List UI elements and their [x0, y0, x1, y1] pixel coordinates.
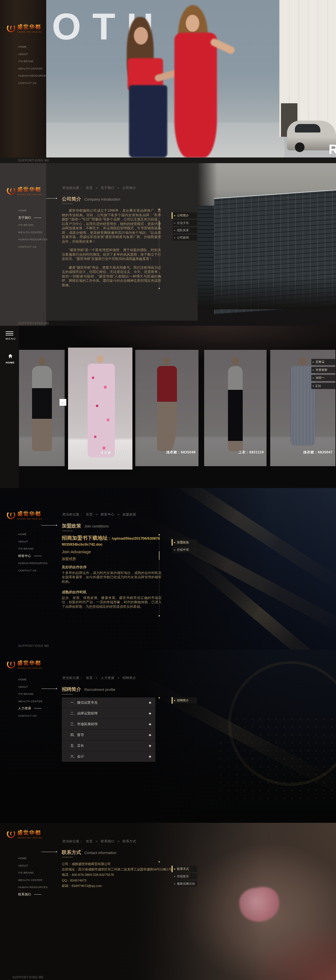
- sidebar-item-its-brand[interactable]: ITS BRAND: [18, 869, 48, 877]
- support-text: SUPPORT:KING ME: [18, 322, 49, 325]
- carousel-prev-button[interactable]: ←: [60, 399, 67, 406]
- breadcrumb-section[interactable]: 关于我们: [101, 186, 114, 189]
- sidebar-item-about[interactable]: ABOUT: [18, 683, 43, 690]
- breadcrumb-current[interactable]: 公司简介: [122, 186, 136, 189]
- sidebar-item-human-resources[interactable]: HUMAN RESOURCES: [18, 560, 48, 567]
- side-menu-label: 招聘简介: [177, 698, 189, 703]
- brand-menu-item-luobeiyi[interactable]: ▶ 洛呗一: [311, 375, 336, 381]
- sidebar-item-about[interactable]: ABOUT: [18, 51, 48, 58]
- accordion-label: 五、店长: [70, 743, 84, 748]
- product-card[interactable]: 连衣裙：6835046: [135, 350, 198, 466]
- side-menu-item-promotions[interactable]: ▶ 最新优惠活动: [173, 881, 197, 887]
- site-logo[interactable]: 盛世华都 SHENG SHI HUA DU: [6, 186, 42, 196]
- menu-button[interactable]: MENU: [6, 331, 16, 340]
- sidebar-item-its-brand[interactable]: ITS BRAND: [18, 690, 43, 698]
- sidebar-item-human-resources[interactable]: HUMAN RESOURCES: [18, 883, 48, 891]
- arrow-right-icon: ▶: [174, 229, 176, 232]
- breadcrumb-separator: >: [117, 186, 119, 189]
- sidebar-item-wealth-center[interactable]: WEALTH CENTER: [18, 698, 43, 705]
- sidebar-item-contact-us[interactable]: CONTACT US: [18, 80, 48, 87]
- sidebar-item-its-brand[interactable]: ITS BRAND: [18, 545, 48, 552]
- flame-logo-icon: [6, 23, 16, 33]
- site-logo[interactable]: 盛世华都 SHENG SHI HUA DU: [6, 510, 42, 520]
- accordion-item-supervisor[interactable]: 四、督导 +: [62, 730, 155, 741]
- breadcrumb-current[interactable]: 招聘简介: [122, 676, 136, 679]
- sidebar-item-home[interactable]: HOME: [18, 207, 48, 214]
- brand-menu-item-balido[interactable]: ▶ 芭黎朵: [311, 359, 336, 365]
- side-menu-item-recruitment[interactable]: ▶ 招聘简介: [173, 697, 197, 703]
- sidebar-nav: HOME ABOUT ITS BRAND WEALTH CENTER 人力资源 …: [18, 676, 43, 719]
- contact-qq: QQ：834974673: [62, 878, 172, 883]
- join-advantage: Join Advantage 加盟优势: [62, 549, 91, 562]
- sidebar-item-its-brand[interactable]: ITS BRAND: [18, 57, 48, 65]
- arrow-right-icon: ▶: [174, 237, 176, 239]
- sidebar-item-human-resources[interactable]: HUMAN RESOURCES: [18, 236, 48, 243]
- sidebar-item-its-brand[interactable]: ITS BRAND: [18, 221, 48, 229]
- site-logo[interactable]: 盛世华都 SHENG SHI HUA DU: [6, 23, 42, 33]
- left-strip: [0, 326, 19, 488]
- building-photo: [198, 163, 336, 309]
- breadcrumb-section[interactable]: 人力资源: [101, 676, 114, 679]
- accordion-item-store-manager[interactable]: 五、店长 +: [62, 741, 155, 751]
- sidebar-item-home[interactable]: HOME: [18, 854, 48, 862]
- breadcrumb-home[interactable]: 首页: [86, 186, 93, 189]
- sidebar-item-contact-us[interactable]: CONTACT US: [18, 712, 43, 719]
- sidebar-item-home[interactable]: HOME: [18, 531, 48, 538]
- sidebar-item-human-resources-active[interactable]: 人力资源: [18, 705, 43, 712]
- accordion-item-brand-manager[interactable]: 二、品牌运营经理 +: [62, 708, 155, 719]
- sidebar-item-home[interactable]: HOME: [18, 676, 43, 683]
- side-menu-item-online-apply[interactable]: ▶ 在线申请: [173, 547, 197, 553]
- sidebar-item-about-active[interactable]: 关于我们: [18, 214, 48, 221]
- side-menu-item-message[interactable]: ▶ 在线留言: [173, 873, 197, 879]
- sidebar-item-about[interactable]: ABOUT: [18, 862, 48, 869]
- site-logo[interactable]: 盛世华都 SHENG SHI HUA DU: [6, 659, 42, 669]
- sidebar-item-home[interactable]: HOME: [18, 43, 48, 51]
- side-menu-item-company-intro[interactable]: ▶ 公司简介: [173, 213, 197, 218]
- sidebar-item-contact-us-active[interactable]: 联系我们: [18, 891, 48, 898]
- arrow-right-icon: ▶: [174, 699, 176, 702]
- breadcrumb-separator: >: [95, 513, 98, 516]
- breadcrumb-home[interactable]: 首页: [86, 840, 93, 843]
- model-right-red-dress: [174, 33, 217, 158]
- breadcrumb-current[interactable]: 联系方式: [122, 840, 136, 843]
- sidebar-item-contact-us[interactable]: CONTACT US: [18, 567, 48, 574]
- sidebar-item-about[interactable]: ABOUT: [18, 538, 48, 545]
- product-card[interactable]: [19, 350, 65, 466]
- contact-email: 邮箱：834974673@qq.com: [62, 883, 172, 889]
- product-card[interactable]: 上衣：6831119: [204, 350, 266, 466]
- sidebar-item-wealth-center[interactable]: WEALTH CENTER: [18, 229, 48, 236]
- scroll-thumb[interactable]: [159, 221, 160, 229]
- download-colon: ：: [108, 536, 112, 541]
- breadcrumb-home[interactable]: 首页: [86, 513, 93, 516]
- arrow-right-icon: ▶: [174, 215, 176, 217]
- plus-icon: +: [149, 711, 151, 716]
- logo-text-en: SHENG SHI HUA DU: [17, 31, 42, 33]
- accordion-item-market-manager[interactable]: 三、市场拓展经理 +: [62, 719, 155, 730]
- sidebar-item-wealth-center[interactable]: WEALTH CENTER: [18, 877, 48, 884]
- brand-menu-item-e15[interactable]: ▶ E15: [311, 383, 336, 389]
- side-menu-item-contact-info[interactable]: ▶ 联系方式: [173, 866, 197, 872]
- brand-menu-item-yixiangliying[interactable]: ▶ 衣香丽影: [311, 367, 336, 373]
- plus-icon: +: [149, 754, 151, 760]
- site-logo[interactable]: 盛世华都 SHENG SHI HUA DU: [6, 829, 42, 839]
- sidebar-item-wealth-center-active[interactable]: 财富中心: [18, 552, 48, 560]
- breadcrumb-home[interactable]: 首页: [86, 676, 93, 679]
- breadcrumb-section[interactable]: 财富中心: [101, 513, 114, 516]
- sidebar-nav: HOME 关于我们 ITS BRAND WEALTH CENTER HUMAN …: [18, 207, 48, 250]
- side-menu-item-join-policy[interactable]: ▶ 加盟政策: [173, 539, 197, 545]
- accordion-item-accountant[interactable]: 六、会计 +: [62, 751, 155, 762]
- side-menu-item-culture[interactable]: ▶ 企业文化: [173, 220, 197, 226]
- sidebar-item-contact-us[interactable]: CONTACT US: [18, 243, 48, 251]
- scroll-thumb[interactable]: [159, 551, 160, 560]
- side-menu-item-news[interactable]: ▶ 公司新闻: [173, 235, 197, 240]
- sidebar-item-human-resources[interactable]: HUMAN RESOURCES: [18, 72, 48, 80]
- title-divider: [62, 694, 73, 695]
- accordion-item-wechat-operator[interactable]: 一、微信运营专员 +: [62, 697, 155, 708]
- arrow-right-icon: ▶: [174, 222, 176, 224]
- product-card-highlighted[interactable]: 连衣裙：6835045: [68, 348, 132, 469]
- home-button[interactable]: HOME: [4, 354, 16, 364]
- breadcrumb-current[interactable]: 加盟政策: [122, 513, 136, 516]
- sidebar-item-wealth-center[interactable]: WEALTH CENTER: [18, 65, 48, 72]
- breadcrumb-section[interactable]: 联系我们: [101, 840, 114, 843]
- side-menu-item-team[interactable]: ▶ 团队风采: [173, 227, 197, 233]
